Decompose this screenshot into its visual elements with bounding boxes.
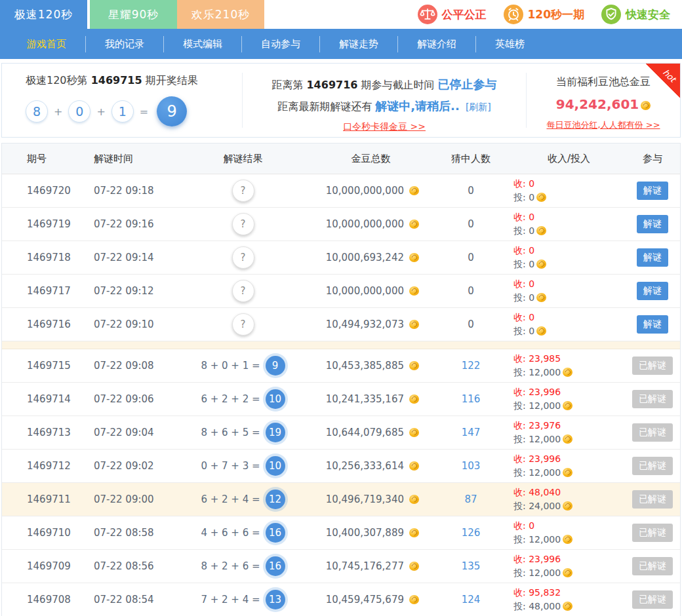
table-row: 1469712 07-22 09:02 0 + 7 + 3 = 10 10,25… xyxy=(2,450,680,483)
income-cell: 收: 23,996 投: 12,000 xyxy=(513,385,625,413)
action-cell: 已解谜 xyxy=(625,390,680,408)
time-cell: 07-22 09:14 xyxy=(74,252,172,263)
table-row: 1469709 07-22 08:56 8 + 2 + 6 = 16 10,74… xyxy=(2,550,680,583)
income-label: 收: xyxy=(513,178,526,189)
result-equation: 8 + 0 + 1 = xyxy=(201,360,260,372)
nav-item-trend[interactable]: 解谜走势 xyxy=(319,36,397,52)
pool-cell: 10,644,079,685 xyxy=(313,427,428,438)
winners-cell: 0 xyxy=(428,318,513,330)
winners-cell[interactable]: 122 xyxy=(428,360,513,372)
table-header: 期号 解谜时间 解谜结果 金豆总数 猜中人数 收入/投入 参与 xyxy=(2,144,680,174)
income-cell: 收: 0 投: 12,000 xyxy=(513,519,625,547)
time-cell: 07-22 09:00 xyxy=(74,493,172,505)
result-cell: 8 + 6 + 5 = 19 xyxy=(172,423,313,442)
dividend-link[interactable]: 每日豆池分红,人人都有份 >> xyxy=(546,119,660,131)
nav-item-game-home[interactable]: 游戏首页 xyxy=(8,36,85,52)
winners-cell[interactable]: 116 xyxy=(428,393,513,405)
table-row: 1469718 07-22 09:14 ? 10,000,693,242 0 收… xyxy=(2,241,680,275)
coin-icon xyxy=(409,220,419,229)
refresh-link[interactable]: [刷新] xyxy=(466,102,491,112)
solve-button[interactable]: 已解谜 xyxy=(632,390,673,408)
solve-button[interactable]: 解谜 xyxy=(637,215,668,233)
countdown-line2: 距离最新期解谜还有 解谜中,请稍后.. [刷新] xyxy=(243,98,526,114)
invest-value: 0 xyxy=(529,326,534,336)
solve-button[interactable]: 已解谜 xyxy=(632,557,673,575)
nav-item-my-records[interactable]: 我的记录 xyxy=(85,36,163,52)
coin-icon xyxy=(563,434,572,444)
solve-button[interactable]: 解谜 xyxy=(637,248,668,267)
result-sum-circle: 19 xyxy=(266,423,285,442)
solve-button[interactable]: 解谜 xyxy=(637,315,668,334)
winners-cell[interactable]: 103 xyxy=(428,460,513,472)
action-cell: 解谜 xyxy=(625,248,680,267)
invest-label: 投: xyxy=(513,367,526,377)
period-cell: 1469717 xyxy=(2,285,74,297)
time-cell: 07-22 09:10 xyxy=(74,318,172,330)
winners-cell[interactable]: 87 xyxy=(428,493,513,505)
solve-button[interactable]: 已解谜 xyxy=(632,423,673,442)
income-label: 收: xyxy=(513,520,526,531)
main-nav: 游戏首页 我的记录 模式编辑 自动参与 解谜走势 解谜介绍 英雄榜 xyxy=(0,29,682,59)
pool-value: 10,000,000,000 xyxy=(326,185,404,197)
solve-button[interactable]: 解谜 xyxy=(637,282,668,300)
nav-item-mode-edit[interactable]: 模式编辑 xyxy=(163,36,241,52)
coin-icon xyxy=(409,395,419,404)
coin-icon xyxy=(409,428,419,437)
invest-value: 12,000 xyxy=(529,400,561,411)
action-cell: 已解谜 xyxy=(625,524,680,542)
promo-link[interactable]: 口令秒卡得金豆 >> xyxy=(343,121,426,132)
solve-button[interactable]: 已解谜 xyxy=(632,457,673,475)
nav-item-intro[interactable]: 解谜介绍 xyxy=(397,36,475,52)
result-cell: ? xyxy=(172,213,313,235)
nav-item-auto-join[interactable]: 自动参与 xyxy=(241,36,319,52)
table-row: 1469719 07-22 09:16 ? 10,000,000,000 0 收… xyxy=(2,208,680,241)
countdown-panel: 距离第 1469716 期参与截止时间 已停止参与 距离最新期解谜还有 解谜中,… xyxy=(243,64,526,137)
coin-icon xyxy=(536,226,546,235)
winners-cell[interactable]: 124 xyxy=(428,594,513,606)
table-row: 1469715 07-22 09:08 8 + 0 + 1 = 9 10,453… xyxy=(2,349,680,383)
pool-value: 10,644,079,685 xyxy=(326,427,404,438)
coin-icon xyxy=(563,501,572,510)
participation-status: 已停止参与 xyxy=(438,77,497,91)
winners-cell[interactable]: 126 xyxy=(428,527,513,539)
nav-item-hero-ranking[interactable]: 英雄榜 xyxy=(475,36,544,52)
action-cell: 已解谜 xyxy=(625,557,680,575)
action-cell: 已解谜 xyxy=(625,457,680,475)
coin-icon xyxy=(563,568,572,577)
table-row: 1469717 07-22 09:12 ? 10,000,000,000 0 收… xyxy=(2,275,680,308)
tab-speed-120s[interactable]: 极速120秒 xyxy=(0,0,87,29)
income-cell: 收: 0 投: 0 xyxy=(513,177,625,204)
solve-button[interactable]: 已解谜 xyxy=(632,590,673,609)
pool-cell: 10,256,333,614 xyxy=(313,460,428,472)
pool-cell: 10,459,475,679 xyxy=(313,594,428,606)
info-panel: 极速120秒第 1469715 期开奖结果 8 + 0 + 1 = 9 距离第 … xyxy=(1,63,681,138)
pool-value: 10,453,385,885 xyxy=(326,360,404,372)
draw-number-circle: 0 xyxy=(68,100,90,123)
draw-sum-circle: 9 xyxy=(157,96,187,126)
time-cell: 07-22 08:56 xyxy=(74,560,172,572)
income-value: 23,996 xyxy=(529,554,561,564)
income-value: 48,040 xyxy=(529,487,561,497)
income-cell: 收: 95,832 投: 48,000 xyxy=(513,586,625,613)
winners-cell[interactable]: 135 xyxy=(428,560,513,572)
income-value: 0 xyxy=(529,279,534,289)
solve-button[interactable]: 已解谜 xyxy=(632,490,673,509)
period-cell: 1469715 xyxy=(2,360,74,372)
invest-label: 投: xyxy=(513,292,526,303)
table-row: 1469716 07-22 09:10 ? 10,494,932,073 0 收… xyxy=(2,308,680,341)
result-equation: 7 + 2 + 4 = xyxy=(201,594,260,606)
time-cell: 07-22 09:12 xyxy=(74,285,172,297)
result-cell: 4 + 6 + 6 = 16 xyxy=(172,523,313,543)
invest-label: 投: xyxy=(513,467,526,478)
tab-star-90s[interactable]: 星耀90秒 xyxy=(90,0,177,29)
solve-button[interactable]: 已解谜 xyxy=(632,524,673,542)
coin-icon xyxy=(536,293,546,302)
period-cell: 1469720 xyxy=(2,185,74,197)
pool-value: 10,459,475,679 xyxy=(326,594,404,606)
income-value: 0 xyxy=(529,245,534,256)
invest-value: 12,000 xyxy=(529,367,561,377)
tab-happy-210s[interactable]: 欢乐210秒 xyxy=(177,0,264,29)
solve-button[interactable]: 解谜 xyxy=(637,182,668,200)
winners-cell[interactable]: 147 xyxy=(428,427,513,438)
solve-button[interactable]: 已解谜 xyxy=(632,356,673,375)
